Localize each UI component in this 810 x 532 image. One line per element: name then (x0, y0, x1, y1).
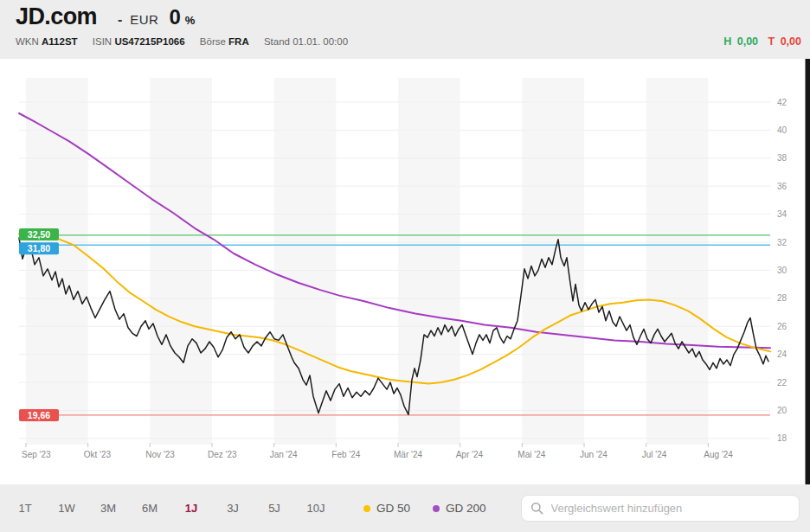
price-badge: 32,50 (19, 228, 59, 240)
price-badge: 19,66 (19, 409, 59, 421)
x-tick-label: Mär '24 (394, 450, 422, 459)
legend-dot-icon (363, 505, 370, 512)
title-row: JD.com - EUR 0 % (16, 3, 195, 30)
x-tick-label: Sep '23 (22, 450, 51, 459)
y-tick-label: 34 (777, 209, 788, 219)
wkn-value: A112ST (42, 36, 78, 47)
chart-toolbar: 1T1W3M6M1J3J5J10J GD 50GD 200 (0, 484, 810, 532)
quote-header: JD.com - EUR 0 % WKN A112ST ISIN US47215… (0, 0, 810, 59)
price-badge-label: 31,80 (28, 243, 50, 253)
range-button-3m[interactable]: 3M (99, 497, 118, 520)
y-tick-label: 38 (777, 153, 788, 163)
price-badge-label: 19,66 (28, 410, 50, 420)
y-tick-label: 26 (777, 322, 788, 331)
boerse-label: Börse (200, 36, 226, 47)
legend-toggle-gd200[interactable]: GD 200 (433, 502, 486, 515)
ma-legend: GD 50GD 200 (363, 502, 509, 515)
change-percent-value: 0 (169, 5, 180, 29)
range-button-1t[interactable]: 1T (16, 497, 35, 520)
x-tick-label: Nov '23 (145, 450, 175, 459)
range-button-6m[interactable]: 6M (140, 497, 159, 520)
y-tick-label: 30 (777, 266, 788, 275)
high-label: H (723, 35, 731, 48)
y-tick-label: 42 (777, 98, 788, 107)
currency-label: EUR (130, 12, 158, 27)
month-stripe (398, 78, 460, 445)
x-axis-labels: Sep '23Okt '23Nov '23Dez '23Jan '24Feb '… (22, 443, 733, 459)
x-tick-label: Okt '23 (84, 450, 112, 459)
month-stripe (26, 78, 88, 445)
y-tick-label: 28 (777, 293, 788, 303)
legend-label: GD 200 (446, 502, 486, 515)
y-tick-label: 22 (777, 378, 788, 388)
wkn-label: WKN (16, 36, 39, 47)
x-tick-label: Jun '24 (580, 450, 608, 459)
month-stripe (274, 78, 337, 445)
scrollbar[interactable] (806, 59, 810, 484)
legend-label: GD 50 (376, 502, 410, 515)
isin-label: ISIN (93, 36, 112, 47)
percent-sign: % (185, 14, 196, 27)
month-stripes (26, 78, 708, 445)
instrument-meta: WKN A112ST ISIN US47215P1066 Börse FRA S… (16, 36, 348, 47)
x-tick-label: Jan '24 (270, 450, 298, 459)
range-button-1j[interactable]: 1J (182, 497, 201, 520)
legend-dot-icon (433, 505, 440, 512)
isin-value: US47215P1066 (114, 36, 184, 47)
x-tick-label: Jul '24 (642, 450, 667, 459)
price-chart[interactable]: 32,5031,8019,664240383634323028262422201… (0, 59, 810, 484)
x-tick-label: Dez '23 (208, 450, 237, 459)
y-tick-label: 24 (777, 349, 788, 359)
high-low-row: H 0,00 T 0,00 (721, 35, 801, 48)
y-tick-label: 32 (777, 238, 788, 247)
x-tick-label: Aug '24 (704, 450, 733, 459)
month-stripe (150, 78, 212, 445)
month-stripe (646, 78, 709, 445)
range-button-5j[interactable]: 5J (265, 497, 284, 520)
x-tick-label: Feb '24 (331, 450, 360, 459)
range-button-10j[interactable]: 10J (306, 497, 325, 520)
range-button-3j[interactable]: 3J (223, 497, 242, 520)
y-tick-label: 18 (777, 433, 788, 443)
low-label: T (768, 35, 775, 48)
low-value: 0,00 (781, 35, 801, 48)
instrument-name: JD.com (16, 3, 97, 30)
boerse-value: FRA (228, 36, 249, 47)
legend-toggle-gd50[interactable]: GD 50 (363, 502, 410, 515)
x-tick-label: Apr '24 (456, 450, 484, 459)
y-tick-label: 40 (777, 125, 788, 135)
price-badge: 31,80 (19, 242, 59, 254)
stand-timestamp: Stand 01.01. 00:00 (264, 36, 348, 47)
y-tick-label: 36 (777, 182, 788, 191)
range-buttons: 1T1W3M6M1J3J5J10J (16, 497, 348, 520)
y-tick-label: 20 (777, 406, 788, 415)
x-tick-label: Mai '24 (518, 450, 545, 459)
range-button-1w[interactable]: 1W (57, 497, 76, 520)
high-value: 0,00 (737, 35, 758, 48)
compare-search (521, 495, 800, 522)
price-placeholder: - (118, 12, 122, 28)
y-axis-labels: 42403836343230282624222018 (777, 98, 788, 444)
compare-search-input[interactable] (521, 495, 800, 522)
price-badge-label: 32,50 (28, 229, 50, 240)
